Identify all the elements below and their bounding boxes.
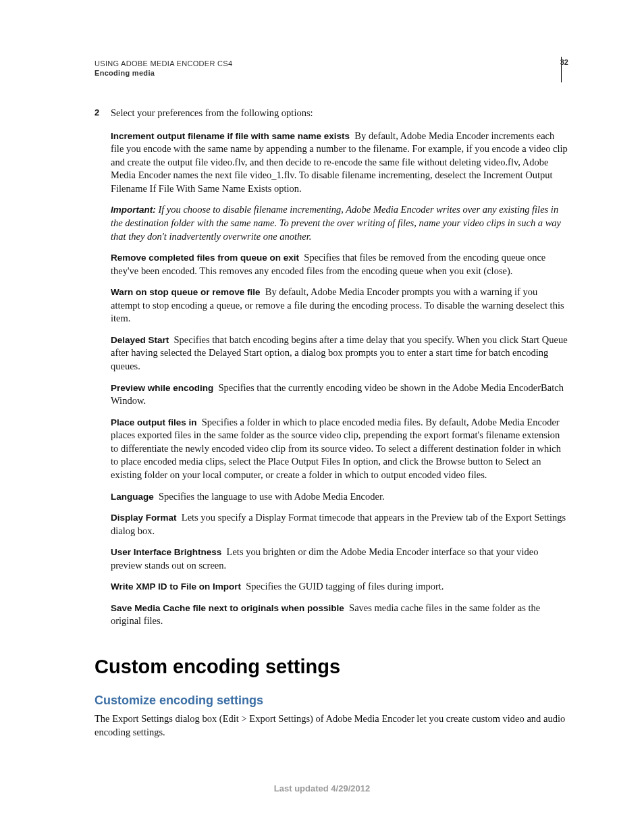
pref-increment: Increment output filename if file with s… <box>111 130 568 196</box>
pref-language: Language Specifies the language to use w… <box>111 490 568 504</box>
term-display: Display Format <box>111 513 177 523</box>
step-number: 2 <box>95 107 99 119</box>
footer-updated: Last updated 4/29/2012 <box>0 783 644 793</box>
page-number: 32 <box>554 58 568 66</box>
document-page: USING ADOBE MEDIA ENCODER CS4 Encoding m… <box>0 0 644 834</box>
term-place: Place output files in <box>111 417 197 427</box>
body-delayed: Specifies that batch encoding begins aft… <box>111 334 568 371</box>
term-warn: Warn on stop queue or remove file <box>111 287 261 297</box>
note-lead: Important: <box>111 205 156 215</box>
pref-brightness: User Interface Brightness Lets you brigh… <box>111 546 568 572</box>
pref-display: Display Format Lets you specify a Displa… <box>111 511 568 538</box>
term-delayed: Delayed Start <box>111 335 169 345</box>
step-text: Select your preferences from the followi… <box>111 107 313 118</box>
pref-place: Place output files in Specifies a folder… <box>111 416 568 482</box>
pref-cache: Save Media Cache file next to originals … <box>111 602 568 628</box>
running-head-subtitle: Encoding media <box>95 69 568 77</box>
section-intro: The Export Settings dialog box (Edit > E… <box>95 712 568 739</box>
subsection-heading: Customize encoding settings <box>95 692 568 708</box>
pref-delayed: Delayed Start Specifies that batch encod… <box>111 334 568 373</box>
pref-warn: Warn on stop queue or remove file By def… <box>111 286 568 325</box>
running-head: USING ADOBE MEDIA ENCODER CS4 Encoding m… <box>95 59 568 77</box>
pref-preview: Preview while encoding Specifies that th… <box>111 382 568 408</box>
term-brightness: User Interface Brightness <box>111 547 221 557</box>
pref-remove: Remove completed files from queue on exi… <box>111 251 568 278</box>
term-cache: Save Media Cache file next to originals … <box>111 603 344 613</box>
body-text: 2 Select your preferences from the follo… <box>95 107 568 748</box>
body-display: Lets you specify a Display Format timeco… <box>111 512 566 536</box>
pref-xmp: Write XMP ID to File on Import Specifies… <box>111 580 568 594</box>
term-preview: Preview while encoding <box>111 383 213 393</box>
term-increment: Increment output filename if file with s… <box>111 131 350 141</box>
running-head-title: USING ADOBE MEDIA ENCODER CS4 <box>95 59 568 68</box>
step-2: 2 Select your preferences from the follo… <box>95 107 568 120</box>
term-xmp: Write XMP ID to File on Import <box>111 581 241 592</box>
term-remove: Remove completed files from queue on exi… <box>111 253 299 263</box>
section-heading: Custom encoding settings <box>95 654 568 680</box>
body-language: Specifies the language to use with Adobe… <box>159 491 385 502</box>
note-body: If you choose to disable filename increm… <box>111 204 561 241</box>
body-xmp: Specifies the GUID tagging of files duri… <box>246 581 444 592</box>
note-important: Important: If you choose to disable file… <box>111 203 568 243</box>
term-language: Language <box>111 492 154 502</box>
